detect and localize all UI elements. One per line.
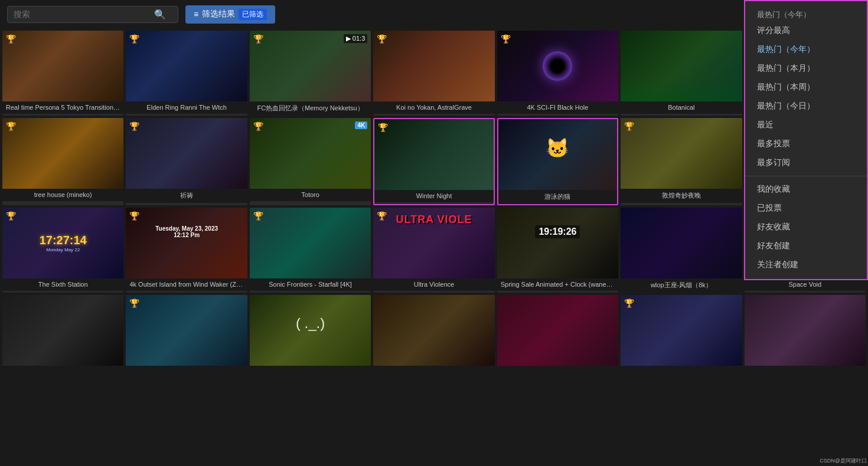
- dropdown-item-friend-created[interactable]: 好友创建: [745, 237, 867, 255]
- filter-button[interactable]: ≡ 筛选结果 已筛选: [185, 5, 275, 24]
- wallpaper-title: Real time Persona 5 Tokyo Transition scr…: [2, 101, 123, 114]
- wallpaper-item[interactable]: 🏆Real time Persona 5 Tokyo Transition sc…: [2, 31, 123, 116]
- trophy-icon: 🏆: [129, 34, 139, 44]
- badge-4k: 4K: [355, 122, 367, 129]
- wallpaper-title: wlop王座-风烟（8k）: [621, 278, 742, 293]
- trophy-icon: 🏆: [6, 34, 16, 44]
- dropdown-group2: 我的收藏已投票好友收藏好友创建关注者创建: [745, 180, 867, 274]
- trophy-icon: 🏆: [253, 122, 263, 131]
- wallpaper-title: Spring Sale Animated + Clock (waneella): [497, 278, 618, 291]
- timer-overlay: 19:19:26: [535, 225, 580, 238]
- trophy-icon: 🏆: [129, 298, 139, 308]
- wallpaper-item[interactable]: 🏆4K SCI-FI Black Hole: [497, 31, 618, 116]
- dropdown-item-most-subscribed[interactable]: 最多订阅: [745, 153, 867, 172]
- wallpaper-item[interactable]: [373, 295, 494, 366]
- wallpaper-item[interactable]: 🏆17:27:14Monday May 22The Sixth Station: [2, 208, 123, 293]
- trophy-icon: 🏆: [129, 211, 139, 221]
- dropdown-item-top-week[interactable]: 最热门（本周）: [745, 78, 867, 97]
- face-overlay: ( ._.): [296, 315, 325, 332]
- watermark: CSDN@是阿建叶口: [820, 457, 867, 465]
- wallpaper-item[interactable]: [2, 295, 123, 366]
- search-icon[interactable]: 🔍: [154, 9, 166, 20]
- wallpaper-item[interactable]: 🏆Elden Ring Ranni The Wtch: [126, 31, 247, 116]
- trophy-icon: 🏆: [624, 298, 634, 308]
- trophy-icon: 🏆: [129, 122, 139, 131]
- wallpaper-item[interactable]: 🏆Winter Night: [373, 118, 494, 205]
- wallpaper-title: Totoro: [250, 189, 371, 201]
- dropdown-header: 最热门（今年）: [745, 6, 867, 21]
- dropdown-item-recent[interactable]: 最近: [745, 116, 867, 134]
- dropdown-item-top-year[interactable]: 最热门（今年）: [745, 40, 867, 59]
- wallpaper-item[interactable]: 19:19:26Spring Sale Animated + Clock (wa…: [497, 208, 618, 293]
- clock-overlay: 17:27:14Monday May 22: [40, 234, 87, 252]
- wallpaper-item[interactable]: Botanical: [621, 31, 742, 116]
- wallpaper-grid: 🏆Real time Persona 5 Tokyo Transition sc…: [0, 28, 868, 368]
- filter-badge: 已筛选: [239, 9, 267, 20]
- dropdown-item-friend-fav[interactable]: 好友收藏: [745, 218, 867, 237]
- trophy-icon: 🏆: [624, 122, 634, 131]
- wallpaper-item[interactable]: wlop王座-风烟（8k）: [621, 208, 742, 293]
- wallpaper-item[interactable]: 🏆: [126, 295, 247, 366]
- wallpaper-title: Koi no Yokan, AstralGrave: [373, 101, 494, 114]
- wallpaper-title: tree house (mineko): [2, 189, 123, 201]
- wallpaper-title: Winter Night: [374, 190, 493, 202]
- trophy-icon: 🏆: [378, 123, 388, 132]
- wallpaper-title: FC热血回忆录（Memory Nekketsu）: [250, 101, 371, 116]
- wallpaper-item[interactable]: 🏆▶ 01:3FC热血回忆录（Memory Nekketsu）: [250, 31, 371, 116]
- wallpaper-title: 4K SCI-FI Black Hole: [497, 101, 618, 114]
- search-input[interactable]: [14, 9, 149, 19]
- trophy-icon: 🏆: [501, 34, 511, 44]
- wallpaper-item[interactable]: [497, 295, 618, 366]
- dropdown-item-most-voted[interactable]: 最多投票: [745, 134, 867, 153]
- trophy-icon: 🏆: [253, 211, 263, 221]
- dropdown-item-follower-created[interactable]: 关注者创建: [745, 255, 867, 274]
- trophy-icon: 🏆: [377, 34, 387, 44]
- sort-dropdown: 最热门（今年） 评分最高最热门（今年）最热门（本月）最热门（本周）最热门（今日）…: [744, 0, 868, 280]
- wallpaper-title: Elden Ring Ranni The Wtch: [126, 101, 247, 114]
- wallpaper-title: Space Void: [745, 278, 866, 291]
- filter-icon: ≡: [194, 9, 198, 19]
- dropdown-item-top-month[interactable]: 最热门（本月）: [745, 59, 867, 78]
- menu-divider: [745, 176, 867, 176]
- wallpaper-item[interactable]: 🏆tree house (mineko): [2, 118, 123, 205]
- timer-small-overlay: ▶ 01:3: [344, 34, 367, 43]
- wallpaper-title: 游泳的猫: [498, 190, 617, 204]
- dropdown-item-voted[interactable]: 已投票: [745, 199, 867, 218]
- wallpaper-item[interactable]: 🏆4KTotoro: [250, 118, 371, 205]
- dropdown-item-top-rated[interactable]: 评分最高: [745, 21, 867, 40]
- wallpaper-item[interactable]: 🏆ULTRA VIOLEUltra Violence: [373, 208, 494, 293]
- ultra-overlay: ULTRA VIOLE: [396, 214, 472, 226]
- filter-label: 筛选结果: [202, 9, 235, 19]
- wallpaper-item[interactable]: 🏆: [621, 295, 742, 366]
- wallpaper-title: Sonic Frontiers - Starfall [4K]: [250, 278, 371, 291]
- wallpaper-item[interactable]: [745, 295, 866, 366]
- search-box: 🔍: [7, 6, 178, 23]
- wallpaper-title: 4k Outset Island from Wind Waker (Zelda)…: [126, 278, 247, 291]
- wallpaper-title: 敦煌奇妙夜晚: [621, 189, 742, 203]
- trophy-icon: 🏆: [253, 34, 263, 44]
- wallpaper-item[interactable]: 🏆Sonic Frontiers - Starfall [4K]: [250, 208, 371, 293]
- wallpaper-item[interactable]: 🏆敦煌奇妙夜晚: [621, 118, 742, 205]
- top-bar: 🔍 ≡ 筛选结果 已筛选: [0, 0, 868, 28]
- wallpaper-item[interactable]: 🏆祈祷: [126, 118, 247, 205]
- date-overlay: Tuesday, May 23, 202312:12 Pm: [155, 225, 218, 238]
- wallpaper-item[interactable]: 🏆Koi no Yokan, AstralGrave: [373, 31, 494, 116]
- wallpaper-title: 祈祷: [126, 189, 247, 203]
- dropdown-group1: 评分最高最热门（今年）最热门（本月）最热门（本周）最热门（今日）最近最多投票最多…: [745, 21, 867, 172]
- trophy-icon: 🏆: [6, 211, 16, 221]
- wallpaper-item[interactable]: 🏆Tuesday, May 23, 202312:12 Pm4k Outset …: [126, 208, 247, 293]
- trophy-icon: 🏆: [377, 211, 387, 221]
- dropdown-item-top-day[interactable]: 最热门（今日）: [745, 97, 867, 116]
- trophy-icon: 🏆: [6, 122, 16, 131]
- dropdown-item-my-fav[interactable]: 我的收藏: [745, 180, 867, 199]
- wallpaper-item[interactable]: ( ._.): [250, 295, 371, 366]
- wallpaper-title: Ultra Violence: [373, 278, 494, 291]
- wallpaper-title: The Sixth Station: [2, 278, 123, 291]
- wallpaper-title: Botanical: [621, 101, 742, 114]
- wallpaper-item[interactable]: 🐱游泳的猫: [497, 118, 618, 205]
